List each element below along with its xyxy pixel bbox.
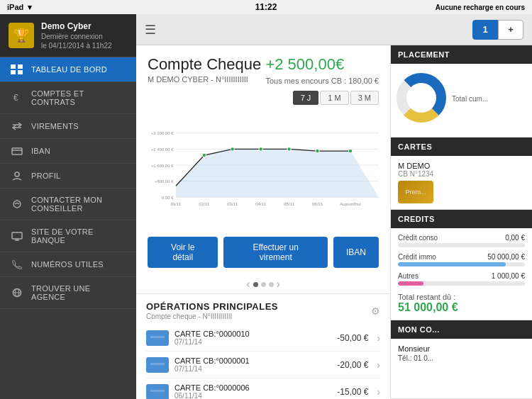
tab-buttons: 1 + [472, 20, 523, 40]
operations-section: OPÉRATIONS PRINCIPALES Compte cheque - N… [136, 293, 390, 399]
sidebar-item-site-banque[interactable]: SITE DE VOTRE BANQUE [0, 220, 136, 252]
credit-total: Total restant dû : [398, 293, 525, 301]
svg-text:06/11: 06/11 [312, 202, 323, 206]
time-3m-button[interactable]: 3 M [350, 91, 379, 105]
placements-body: Total cum... [391, 64, 532, 131]
carousel-dot-2 [261, 282, 266, 287]
sidebar-item-comptes-et-contrats[interactable]: € COMPTES ET CONTRATS [0, 82, 136, 114]
placements-header: PLACEMENT [391, 45, 532, 64]
credits-header: CREDITS [391, 210, 532, 228]
carte-image: Prem... [398, 181, 433, 203]
card-icon-op2 [146, 357, 169, 373]
monitor-icon [10, 231, 24, 241]
svg-rect-3 [18, 70, 23, 74]
conseiller-greeting: Monsieur [398, 344, 525, 353]
operations-title: OPÉRATIONS PRINCIPALES [146, 301, 278, 312]
status-left: iPad ▾ [7, 3, 32, 12]
credit-label-1: Crédit conso 0,00 € [398, 234, 525, 242]
placements-total-label: Total cum... [452, 95, 488, 103]
svg-point-29 [287, 147, 291, 151]
credits-panel: CREDITS Crédit conso 0,00 € [391, 210, 532, 320]
sidebar: 🏆 Demo Cyber Dernière connexion le 04/11… [0, 14, 136, 399]
svg-text:+1 600,00 €: +1 600,00 € [151, 164, 174, 168]
voir-detail-button[interactable]: Voir le détail [148, 237, 218, 268]
table-row[interactable]: CARTE CB:°0000001 07/11/14 -20,00 € › [146, 352, 380, 378]
account-balance-block: +2 500,00€ Tous mes encours CB : 180,00 … [265, 55, 379, 85]
ipad-label: iPad [7, 3, 23, 11]
svg-point-28 [259, 147, 262, 151]
op-chevron-3: › [377, 386, 380, 398]
carousel-nav: ‹ › [136, 275, 390, 293]
sidebar-item-label: COMPTES ET CONTRATS [31, 89, 126, 106]
carte-item[interactable]: Prem... [398, 181, 525, 203]
status-right: Aucune recharge en cours [436, 4, 525, 11]
chart-action-buttons: Voir le détail Effectuer un virement IBA… [136, 230, 390, 275]
sidebar-item-label: PROFIL [31, 172, 61, 180]
content-area: ☰ 1 + Compte Cheque M DEMO CYBER - N°III… [136, 14, 532, 399]
time-1m-button[interactable]: 1 M [320, 91, 348, 105]
op-date-1: 07/11/14 [174, 338, 331, 346]
sidebar-item-agence[interactable]: TROUVER UNE AGENCE [0, 277, 136, 309]
effectuer-virement-button[interactable]: Effectuer un virement [223, 237, 328, 268]
time-7j-button[interactable]: 7 J [293, 91, 319, 105]
account-header: Compte Cheque M DEMO CYBER - N°IIIIIIIII… [136, 45, 390, 91]
tab-add-button[interactable]: + [498, 20, 523, 40]
op-name-3: CARTE CB:°0000006 [174, 383, 331, 392]
table-row[interactable]: CARTE CB:°0000006 06/11/14 -15,00 € › [146, 378, 380, 399]
op-date-2: 07/11/14 [174, 365, 331, 373]
svg-point-26 [202, 153, 206, 157]
svg-text:Aujourd'hui: Aujourd'hui [340, 202, 361, 206]
globe-icon [10, 288, 24, 298]
panels-row: Compte Cheque M DEMO CYBER - N°IIIIIIIII… [136, 45, 532, 399]
sidebar-item-virements[interactable]: VIREMENTS [0, 114, 136, 139]
op-amount-1: -50,00 € [337, 333, 368, 343]
placements-info: Total cum... [452, 92, 488, 103]
sidebar-item-iban[interactable]: IBAN [0, 139, 136, 164]
svg-text:+2 400,00 €: +2 400,00 € [151, 147, 174, 152]
op-chevron-2: › [377, 359, 380, 371]
account-holder: M DEMO CYBER - N°IIIIIIIIIII [148, 75, 261, 84]
tab-1-button[interactable]: 1 [472, 20, 498, 40]
credit-total-amount: 51 000,00 € [398, 301, 525, 314]
credit-total-label: Total restant dû : [398, 293, 455, 301]
credit-label-2: Crédit immo 50 000,00 € [398, 253, 525, 261]
sidebar-user: 🏆 Demo Cyber Dernière connexion le 04/11… [0, 14, 136, 57]
svg-marker-25 [176, 149, 379, 197]
sidebar-item-profil[interactable]: PROFIL [0, 164, 136, 189]
credits-body: Crédit conso 0,00 € Crédit immo 50 000,0… [391, 228, 532, 320]
carousel-left-arrow[interactable]: ‹ [246, 278, 250, 291]
svg-rect-2 [18, 64, 23, 69]
cartes-body: M DEMO CB N°1234 Prem... [391, 156, 532, 209]
sidebar-item-tableau-de-bord[interactable]: TABLEAU DE BORD [0, 57, 136, 82]
sidebar-item-numeros[interactable]: NUMÉROS UTILES [0, 252, 136, 277]
sidebar-item-label: NUMÉROS UTILES [31, 260, 104, 269]
iban-button[interactable]: IBAN [333, 237, 379, 268]
svg-text:01/11: 01/11 [170, 202, 182, 206]
gear-icon[interactable]: ⚙ [371, 305, 380, 317]
svg-rect-40 [150, 336, 165, 338]
op-info-2: CARTE CB:°0000001 07/11/14 [174, 356, 331, 373]
account-encours: Tous mes encours CB : 180,00 € [265, 77, 379, 85]
credit-amount-3: 1 000,00 € [492, 272, 525, 280]
op-name-1: CARTE CB:°0000010 [174, 330, 331, 338]
credit-row-3: Autres 1 000,00 € [398, 272, 525, 286]
svg-point-7 [15, 172, 19, 176]
credit-label-3: Autres 1 000,00 € [398, 272, 525, 280]
sidebar-item-conseiller[interactable]: CONTACTER MON CONSEILLER [0, 189, 136, 220]
svg-text:+3 200,00 €: +3 200,00 € [151, 131, 174, 135]
carousel-right-arrow[interactable]: › [277, 278, 280, 291]
hamburger-icon[interactable]: ☰ [145, 22, 156, 38]
table-row[interactable]: CARTE CB:°0000010 07/11/14 -50,00 € › [146, 325, 380, 352]
status-time: 11:22 [255, 2, 277, 12]
credit-bar-track-2 [398, 262, 525, 266]
euro-icon: € [10, 93, 24, 103]
sidebar-nav: TABLEAU DE BORD € COMPTES ET CONTRATS [0, 57, 136, 399]
chart-container: +3 200,00 € +2 400,00 € +1 600,00 € +800… [148, 109, 379, 230]
credit-row-2: Crédit immo 50 000,00 € [398, 253, 525, 266]
svg-rect-0 [11, 64, 16, 69]
chat-icon [10, 199, 24, 209]
carousel-dot-3 [269, 282, 274, 287]
svg-rect-9 [12, 232, 22, 239]
credit-amount-1: 0,00 € [505, 234, 525, 242]
svg-point-30 [316, 149, 319, 152]
